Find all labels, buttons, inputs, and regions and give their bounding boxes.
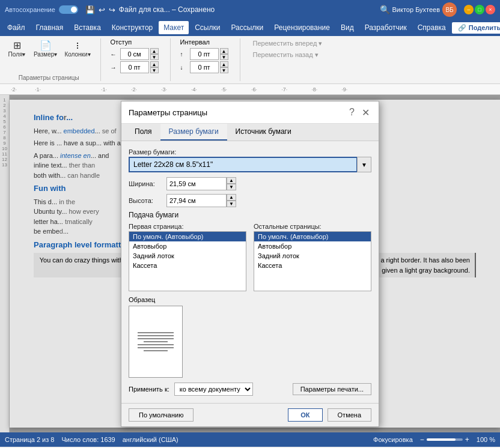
menu-layout[interactable]: Макет [159, 21, 189, 34]
menu-design[interactable]: Конструктор [107, 21, 157, 34]
maximize-button[interactable]: □ [475, 5, 484, 14]
modal-tab-fields[interactable]: Поля [126, 124, 160, 141]
indent-right-input[interactable] [120, 61, 149, 73]
ribbon-row-page: ⊞ Поля▾ 📄 Размер▾ ⫶ Колонки▾ [5, 38, 93, 59]
indent-right-spin: ▲ ▼ [150, 61, 159, 73]
modal-title: Параметры страницы [129, 108, 207, 117]
indent-right-down[interactable]: ▼ [150, 67, 159, 73]
other-pages-listbox[interactable]: По умолч. (Автовыбор) Автовыбор Задний л… [254, 231, 371, 291]
focus-label[interactable]: Фокусировка [373, 436, 413, 443]
title-bar-right: 🔍 Виктор Бухтеев ВБ – □ × [380, 2, 495, 17]
first-page-item-1[interactable]: Автовыбор [129, 241, 246, 251]
modal-tab-paper-size[interactable]: Размер бумаги [160, 124, 227, 141]
first-page-item-2[interactable]: Задний лоток [129, 251, 246, 261]
other-pages-item-3[interactable]: Кассета [254, 261, 371, 270]
height-label: Высота: [129, 197, 162, 204]
zoom-slider[interactable] [427, 438, 463, 441]
zoom-in-icon[interactable]: + [465, 435, 469, 444]
apply-to-select[interactable]: ко всему документу [174, 383, 253, 396]
modal-help-button[interactable]: ? [349, 107, 355, 118]
interval-before-down[interactable]: ▼ [220, 54, 228, 60]
title-bar: Автосохранение 💾 ↩ ↪ Файл для ска... – С… [0, 0, 500, 19]
paper-size-select[interactable]: Letter 22x28 см 8.5"x11" [129, 157, 358, 172]
interval-after-input[interactable] [190, 61, 219, 73]
redo-icon[interactable]: ↪ [109, 5, 115, 14]
columns-label: Колонки▾ [64, 51, 90, 58]
search-icon[interactable]: 🔍 [380, 5, 390, 14]
first-page-item-3[interactable]: Кассета [129, 261, 246, 270]
ok-button[interactable]: ОК [288, 408, 322, 422]
modal-close-button[interactable]: ✕ [359, 106, 371, 118]
save-icon[interactable]: 💾 [85, 5, 95, 14]
menu-file[interactable]: Файл [2, 21, 30, 34]
height-up[interactable]: ▲ [227, 194, 236, 201]
interval-after-group: ↓ ▲ ▼ [180, 61, 233, 73]
cancel-button[interactable]: Отмена [328, 408, 371, 422]
indent-right-up[interactable]: ▲ [150, 61, 159, 67]
paper-feed-cols: Первая страница: По умолч. (Автовыбор) А… [129, 223, 371, 291]
height-down[interactable]: ▼ [227, 201, 236, 207]
columns-icon: ⫶ [75, 40, 80, 51]
preview-line-2 [138, 335, 174, 336]
user-avatar: ВБ [442, 2, 457, 17]
apply-to-label: Применить к: [129, 386, 169, 393]
first-page-listbox-wrapper: По умолч. (Автовыбор) Автовыбор Задний л… [129, 231, 246, 291]
other-pages-item-2[interactable]: Задний лоток [254, 251, 371, 261]
autosave-toggle[interactable] [59, 5, 78, 14]
first-page-item-0[interactable]: По умолч. (Автовыбор) [129, 232, 246, 241]
ribbon-btn-fields[interactable]: ⊞ Поля▾ [5, 38, 29, 59]
menu-developer[interactable]: Разработчик [360, 21, 412, 34]
indent-left-up[interactable]: ▲ [150, 48, 159, 54]
menu-view[interactable]: Вид [336, 21, 359, 34]
zoom-bar: − + [420, 435, 469, 444]
other-pages-item-0[interactable]: По умолч. (Автовыбор) [254, 232, 371, 241]
preview-line-3 [138, 338, 174, 339]
apply-to-row: Применить к: ко всему документу Параметр… [129, 383, 371, 396]
interval-after-up[interactable]: ▲ [220, 61, 228, 67]
interval-before-input[interactable] [190, 48, 219, 60]
ribbon-arrange-row: Переместить вперед ▾ Переместить назад ▾ [250, 38, 488, 60]
height-input[interactable] [166, 194, 227, 207]
menu-home[interactable]: Главная [31, 21, 69, 34]
width-row: Ширина: ▲ ▼ [129, 177, 371, 190]
minimize-button[interactable]: – [464, 5, 474, 14]
menu-insert[interactable]: Вставка [69, 21, 106, 34]
modal-tab-paper-source[interactable]: Источник бумаги [227, 124, 300, 141]
first-page-col: Первая страница: По умолч. (Автовыбор) А… [129, 223, 246, 291]
interval-before-group: ↑ ▲ ▼ [180, 48, 233, 60]
autosave-label: Автосохранение [5, 6, 55, 13]
zoom-level: 100 % [477, 436, 495, 443]
interval-before-up[interactable]: ▲ [220, 48, 228, 54]
menu-mailings[interactable]: Рассылки [226, 21, 268, 34]
ribbon-group-label-page: Параметры страницы [5, 74, 93, 81]
move-forward-btn[interactable]: Переместить вперед ▾ [250, 38, 326, 49]
zoom-out-icon[interactable]: − [420, 435, 424, 444]
menu-references[interactable]: Ссылки [190, 21, 225, 34]
paper-size-dropdown-arrow[interactable]: ▼ [357, 157, 371, 172]
move-backward-btn[interactable]: Переместить назад ▾ [250, 50, 326, 60]
ribbon-btn-size[interactable]: 📄 Размер▾ [31, 38, 59, 59]
ribbon-btn-columns[interactable]: ⫶ Колонки▾ [62, 39, 93, 59]
default-button[interactable]: По умолчанию [129, 408, 194, 422]
paper-size-label: Размер бумаги: [129, 148, 371, 156]
interval-after-down[interactable]: ▼ [220, 67, 228, 73]
modal-title-bar: Параметры страницы ? ✕ [121, 101, 379, 124]
width-up[interactable]: ▲ [227, 177, 236, 184]
indent-left-input[interactable] [120, 48, 149, 60]
menu-review[interactable]: Рецензирование [269, 21, 335, 34]
width-input[interactable] [166, 177, 227, 190]
indent-left-down[interactable]: ▼ [150, 54, 159, 60]
print-settings-button[interactable]: Параметры печати... [293, 383, 371, 395]
ribbon: ⊞ Поля▾ 📄 Размер▾ ⫶ Колонки▾ Параметры с… [0, 36, 500, 84]
width-down[interactable]: ▼ [227, 184, 236, 190]
modal-body: Размер бумаги: Letter 22x28 см 8.5"x11" … [121, 141, 379, 403]
first-page-listbox[interactable]: По умолч. (Автовыбор) Автовыбор Задний л… [129, 231, 246, 291]
paper-feed-section: Подача бумаги Первая страница: По умолч.… [129, 211, 371, 291]
share-button[interactable]: 🔗 Поделиться [452, 22, 500, 34]
menu-help[interactable]: Справка [413, 21, 451, 34]
undo-icon[interactable]: ↩ [99, 5, 105, 14]
close-button[interactable]: × [486, 5, 495, 14]
other-pages-item-1[interactable]: Автовыбор [254, 241, 371, 251]
fields-icon: ⊞ [13, 40, 21, 51]
width-label: Ширина: [129, 180, 162, 187]
